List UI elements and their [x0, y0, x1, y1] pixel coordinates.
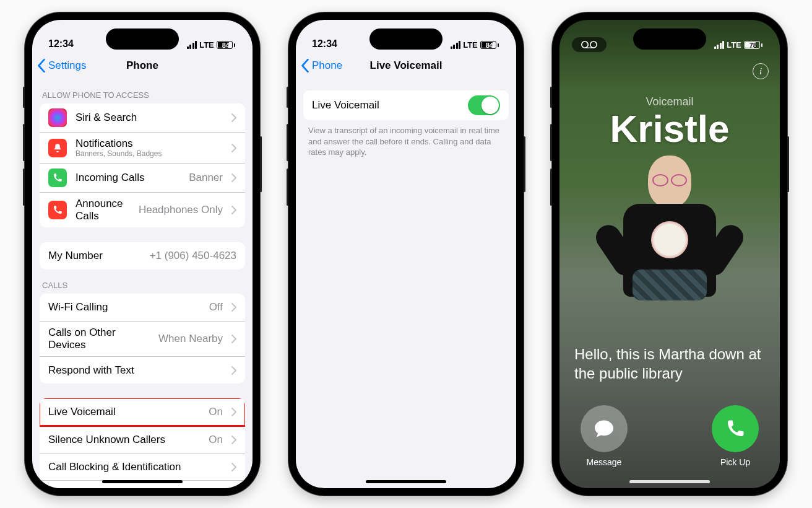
message-icon	[593, 418, 615, 440]
back-button[interactable]: Settings	[37, 59, 86, 72]
back-label: Phone	[312, 59, 342, 72]
carrier-label: LTE	[463, 40, 478, 50]
row-sublabel: Banners, Sounds, Badges	[76, 150, 223, 158]
dynamic-island	[369, 28, 443, 50]
contact-photo	[608, 155, 732, 317]
row-label: Incoming Calls	[76, 172, 180, 184]
siri-icon	[48, 108, 67, 127]
message-button[interactable]: Message	[581, 405, 628, 467]
iphone-frame-voicemail-call: LTE 78 i Voicemail Kristle Hello, this i…	[552, 12, 787, 496]
carrier-label: LTE	[199, 40, 214, 50]
call-type-label: Voicemail	[559, 95, 780, 108]
row-live-voicemail[interactable]: Live Voicemail On	[40, 398, 245, 426]
row-label: Call Blocking & Identification	[48, 461, 223, 473]
row-value: Banner	[189, 172, 223, 184]
row-label: Announce Calls	[76, 198, 130, 222]
row-notifications[interactable]: Notifications Banners, Sounds, Badges	[40, 132, 245, 163]
phone-icon	[724, 418, 746, 440]
row-my-number[interactable]: My Number +1 (906) 450-4623	[40, 242, 245, 269]
pickup-button[interactable]: Pick Up	[712, 405, 759, 467]
row-wifi-calling[interactable]: Wi-Fi Calling Off	[40, 294, 245, 321]
section-header-access: ALLOW PHONE TO ACCESS	[32, 79, 253, 103]
row-label: Notifications	[76, 138, 223, 150]
chevron-right-icon	[231, 408, 236, 416]
row-label: Calls on Other Devices	[48, 326, 150, 351]
row-value: On	[209, 406, 223, 418]
row-label: Live Voicemail	[312, 99, 459, 112]
home-indicator[interactable]	[366, 480, 446, 483]
row-value: Off	[209, 301, 223, 313]
call-actions: Message Pick Up	[559, 405, 780, 467]
row-siri-search[interactable]: Siri & Search	[40, 103, 245, 132]
chevron-right-icon	[231, 366, 236, 375]
chevron-right-icon	[231, 335, 236, 343]
row-value: +1 (906) 450-4623	[150, 250, 236, 262]
row-label: My Number	[48, 250, 141, 262]
chevron-right-icon	[231, 436, 236, 444]
chevron-right-icon	[231, 463, 236, 471]
incoming-calls-icon	[48, 169, 67, 187]
dynamic-island	[633, 28, 706, 50]
chevron-left-icon	[301, 59, 309, 72]
announce-calls-icon	[48, 201, 67, 219]
row-announce-calls[interactable]: Announce Calls Headphones Only	[40, 192, 245, 227]
button-label: Message	[587, 457, 622, 467]
battery-pct: 84	[222, 42, 230, 49]
row-value: Headphones Only	[139, 204, 223, 216]
nav-bar: Phone Live Voicemail	[296, 52, 516, 79]
button-label: Pick Up	[720, 457, 750, 467]
row-respond-text[interactable]: Respond with Text	[40, 356, 245, 383]
row-label: Siri & Search	[76, 112, 223, 124]
chevron-right-icon	[231, 144, 236, 152]
row-label: Silence Unknown Callers	[48, 434, 200, 446]
chevron-right-icon	[231, 206, 236, 214]
chevron-left-icon	[37, 59, 46, 72]
battery-pct: 84	[486, 42, 493, 49]
row-label: Live Voicemail	[48, 406, 200, 418]
caller-name: Kristle	[559, 110, 780, 148]
iphone-frame-live-voicemail: 12:34 LTE 84 Phone Live Voicemail Live V…	[288, 12, 524, 496]
row-call-blocking[interactable]: Call Blocking & Identification	[40, 453, 245, 480]
status-time: 12:34	[48, 38, 74, 50]
signal-icon	[714, 42, 725, 49]
row-label: Wi-Fi Calling	[48, 301, 201, 313]
chevron-right-icon	[231, 303, 236, 312]
signal-icon	[451, 42, 461, 49]
battery-pct: 78	[749, 42, 757, 49]
signal-icon	[187, 42, 197, 49]
toggle-switch[interactable]	[468, 95, 500, 115]
row-other-devices[interactable]: Calls on Other Devices When Nearby	[40, 321, 245, 356]
row-value: When Nearby	[158, 333, 223, 345]
back-label: Settings	[48, 59, 86, 72]
status-time: 12:34	[312, 38, 337, 50]
back-button[interactable]: Phone	[301, 59, 342, 72]
row-silence-unknown[interactable]: Silence Unknown Callers On	[40, 426, 245, 453]
row-value: On	[209, 434, 223, 446]
row-label: Respond with Text	[48, 364, 223, 377]
nav-bar: Settings Phone	[32, 52, 253, 79]
info-button[interactable]: i	[753, 63, 769, 79]
section-footer-note: View a transcript of an incoming voicema…	[296, 120, 516, 163]
row-live-voicemail-toggle[interactable]: Live Voicemail	[303, 90, 509, 120]
chevron-right-icon	[231, 173, 236, 182]
iphone-frame-phone-settings: 12:34 LTE 84 Settings Phone ALLOW PHONE …	[25, 12, 260, 496]
section-header-calls: CALLS	[32, 269, 253, 294]
voicemail-transcript: Hello, this is Martha down at the public…	[574, 344, 765, 383]
home-indicator[interactable]	[629, 480, 710, 483]
dynamic-island	[106, 28, 179, 50]
notifications-icon	[48, 139, 67, 157]
home-indicator[interactable]	[102, 480, 183, 483]
row-incoming-calls[interactable]: Incoming Calls Banner	[40, 163, 245, 192]
chevron-right-icon	[231, 113, 236, 122]
carrier-label: LTE	[727, 40, 741, 50]
